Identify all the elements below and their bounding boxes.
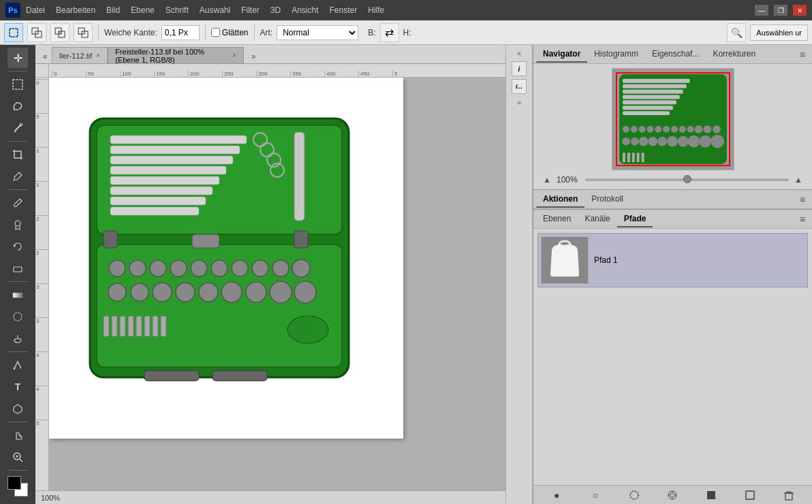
stamp-tool[interactable] [7,215,28,235]
tab-navigator[interactable]: Navigator [536,46,587,63]
tab-1[interactable]: ller-112.tif × [52,47,108,63]
rect-intersect-btn[interactable] [74,23,93,42]
layer-btn-empty-square[interactable] [743,488,758,503]
tab-eigenschaften[interactable]: Eigenschaf... [645,46,706,63]
rect-select-btn[interactable] [4,23,23,42]
weiche-kante-input[interactable] [161,25,200,40]
magic-wand-tool[interactable] [7,118,28,138]
hand-tool[interactable] [7,425,28,445]
tab-2-close[interactable]: × [232,52,236,59]
menu-bild[interactable]: Bild [106,5,120,15]
path-thumbnail [541,236,589,284]
navigator-preview[interactable] [612,68,734,170]
svg-point-44 [150,260,166,277]
tab-aktionen[interactable]: Aktionen [536,191,584,208]
tab-1-close[interactable]: × [96,52,100,59]
svg-rect-74 [213,371,267,381]
path-row[interactable]: Pfad 1 [537,233,808,287]
navigator-menu-btn[interactable]: ≡ [796,48,809,61]
layer-btn-dashed-circle[interactable] [627,488,642,503]
tab-ebenen[interactable]: Ebenen [536,211,578,227]
glatten-check[interactable] [211,28,220,37]
svg-rect-14 [14,267,22,272]
canvas-viewport[interactable] [49,78,505,490]
ruler-h-500: 5 [392,71,413,77]
minimize-button[interactable]: — [755,5,768,16]
layer-btn-circle-fill[interactable]: ● [549,488,564,503]
blur-tool[interactable] [7,306,28,327]
info-btn[interactable]: i [512,61,527,76]
navigator-viewport-box[interactable] [616,72,730,166]
info-arrow-right[interactable]: » [514,97,525,108]
zoom-tool[interactable] [7,447,28,467]
svg-point-46 [191,260,207,277]
layer-btn-trash[interactable] [781,488,796,503]
tool-sep-7 [8,470,27,471]
ruler-top-row: 0 50 100 150 200 250 300 350 400 450 5 [35,64,505,78]
actions-menu-btn[interactable]: ≡ [796,193,809,206]
nav-zoom-out-btn[interactable]: ▲ [542,174,552,185]
nav-zoom-in-btn[interactable]: ▲ [793,174,804,185]
navigator-zoom-handle[interactable] [683,175,691,183]
lasso-tool[interactable] [7,96,28,116]
ruler-v-35: 3 [35,317,48,351]
layers-menu-btn[interactable]: ≡ [796,212,809,226]
tab-korrekturen[interactable]: Korrekturen [706,46,762,63]
rect-sub-btn[interactable] [50,23,69,42]
close-button[interactable]: ✕ [793,5,807,16]
navigator-zoom-slider[interactable] [585,178,789,181]
shape-tool[interactable] [7,398,28,419]
menu-schrift[interactable]: Schrift [166,5,189,15]
gradient-tool[interactable] [7,285,28,305]
crop-tool[interactable] [7,144,28,165]
rect-new-btn[interactable] [27,23,46,42]
tool-sep-3 [8,189,27,190]
move-tool[interactable]: ✛ [7,48,28,68]
maximize-button[interactable]: ❐ [774,5,787,16]
tab-pfade[interactable]: Pfade [617,211,653,227]
ruler-h-0: 0 [52,71,86,77]
color-swatches[interactable] [7,476,28,497]
text-tool[interactable]: T [7,377,28,397]
svg-rect-62 [112,316,117,336]
art-select[interactable]: Normal Fest Festes Seitenverhältnis Fest… [277,25,358,40]
foreground-color[interactable] [7,476,21,490]
eraser-tool[interactable] [7,258,28,279]
svg-rect-35 [110,207,199,215]
tabs-scroll-left[interactable]: « [38,50,52,63]
ruler-h-150: 150 [154,71,188,77]
layer-btn-filled-square[interactable] [704,488,719,503]
menu-bearbeiten[interactable]: Bearbeiten [56,5,95,15]
brush-tool[interactable] [7,193,28,213]
info-arrow-left[interactable]: « [514,48,525,59]
auswaehlen-btn[interactable]: Auswählen ur [750,25,808,41]
tab-protokoll[interactable]: Protokoll [584,191,630,208]
tab-kanaele[interactable]: Kanäle [578,211,616,227]
tab-2[interactable]: Freisteller-113.tif bei 100% (Ebene 1, R… [108,47,244,63]
layer-btn-circle[interactable]: ○ [588,488,603,503]
selection-rect-tool[interactable] [7,74,28,95]
ruler-vertical: 0 5 1 1 2 2 3 3 4 4 5 [35,78,49,490]
layer-btn-target[interactable] [665,488,680,503]
menu-ansicht[interactable]: Ansicht [292,5,318,15]
pen-tool[interactable] [7,355,28,375]
svg-point-51 [292,259,310,277]
menu-datei[interactable]: Datei [26,5,45,15]
menu-3d[interactable]: 3D [270,5,281,15]
history-brush-tool[interactable] [7,236,28,257]
menu-hilfe[interactable]: Hilfe [368,5,384,15]
menu-auswahl[interactable]: Auswahl [200,5,230,15]
dodge-tool[interactable] [7,328,28,349]
swap-btn[interactable]: ⇄ [380,23,399,42]
tab-histogram[interactable]: Histogramm [587,46,645,63]
menu-fenster[interactable]: Fenster [330,5,358,15]
search-btn[interactable]: 🔍 [727,23,746,42]
glatten-checkbox[interactable]: Glätten [211,28,249,37]
svg-point-59 [270,281,292,303]
svg-rect-123 [787,492,791,493]
menu-filter[interactable]: Filter [241,5,260,15]
eyedropper-tool[interactable] [7,166,28,187]
info-btn2[interactable]: I... [512,79,527,94]
menu-ebene[interactable]: Ebene [131,5,155,15]
tabs-scroll-right[interactable]: » [247,50,260,63]
